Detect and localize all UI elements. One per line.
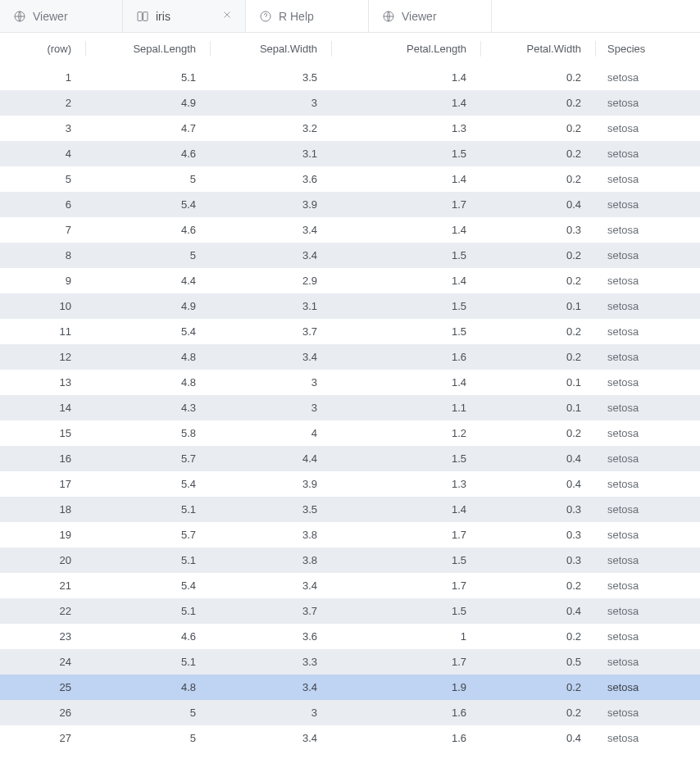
cell-sepal-length[interactable]: 4.9	[86, 293, 211, 319]
cell-sepal-width[interactable]: 3.3	[211, 649, 332, 675]
cell-petal-width[interactable]: 0.4	[481, 471, 596, 497]
cell-species[interactable]: setosa	[596, 293, 700, 319]
table-row[interactable]: 134.831.40.1setosa	[0, 370, 700, 395]
cell-petal-width[interactable]: 0.3	[481, 522, 596, 548]
cell-petal-width[interactable]: 0.1	[481, 370, 596, 395]
cell-sepal-width[interactable]: 4.4	[211, 446, 332, 471]
cell-petal-length[interactable]: 1.7	[332, 192, 481, 217]
cell-sepal-width[interactable]: 3.6	[211, 624, 332, 649]
cell-sepal-width[interactable]: 3.5	[211, 65, 332, 90]
cell-petal-width[interactable]: 0.2	[481, 90, 596, 116]
cell-sepal-width[interactable]: 3.4	[211, 217, 332, 243]
cell-species[interactable]: setosa	[596, 65, 700, 90]
cell-row-index[interactable]: 20	[0, 548, 86, 573]
cell-row-index[interactable]: 8	[0, 243, 86, 268]
table-row[interactable]: 155.841.20.2setosa	[0, 420, 700, 446]
cell-sepal-width[interactable]: 3.7	[211, 319, 332, 344]
cell-species[interactable]: setosa	[596, 166, 700, 192]
cell-petal-length[interactable]: 1.5	[332, 548, 481, 573]
cell-petal-length[interactable]: 1.7	[332, 649, 481, 675]
table-row[interactable]: 15.13.51.40.2setosa	[0, 65, 700, 90]
cell-sepal-length[interactable]: 5.1	[86, 598, 211, 624]
cell-sepal-width[interactable]: 3.4	[211, 573, 332, 598]
cell-row-index[interactable]: 5	[0, 166, 86, 192]
cell-row-index[interactable]: 15	[0, 420, 86, 446]
cell-petal-width[interactable]: 0.4	[481, 725, 596, 751]
table-row[interactable]: 124.83.41.60.2setosa	[0, 344, 700, 370]
cell-species[interactable]: setosa	[596, 446, 700, 471]
cell-petal-width[interactable]: 0.2	[481, 344, 596, 370]
table-row[interactable]: 175.43.91.30.4setosa	[0, 471, 700, 497]
table-row[interactable]: 225.13.71.50.4setosa	[0, 598, 700, 624]
cell-sepal-width[interactable]: 3.4	[211, 243, 332, 268]
cell-row-index[interactable]: 21	[0, 573, 86, 598]
cell-sepal-length[interactable]: 5.1	[86, 65, 211, 90]
cell-petal-length[interactable]: 1.4	[332, 497, 481, 522]
tab-iris[interactable]: iris	[123, 0, 246, 32]
cell-petal-length[interactable]: 1.5	[332, 293, 481, 319]
tab-viewer[interactable]: Viewer	[0, 0, 123, 32]
table-row[interactable]: 215.43.41.70.2setosa	[0, 573, 700, 598]
cell-sepal-length[interactable]: 4.7	[86, 116, 211, 141]
cell-sepal-width[interactable]: 3	[211, 395, 332, 420]
cell-petal-width[interactable]: 0.2	[481, 243, 596, 268]
cell-sepal-length[interactable]: 5	[86, 700, 211, 725]
cell-sepal-width[interactable]: 3.1	[211, 141, 332, 166]
cell-sepal-width[interactable]: 3.4	[211, 725, 332, 751]
cell-sepal-length[interactable]: 4.4	[86, 268, 211, 293]
cell-species[interactable]: setosa	[596, 548, 700, 573]
cell-petal-length[interactable]: 1.2	[332, 420, 481, 446]
cell-sepal-width[interactable]: 3	[211, 90, 332, 116]
table-row[interactable]: 144.331.10.1setosa	[0, 395, 700, 420]
tab-r-help[interactable]: R Help	[246, 0, 369, 32]
table-row[interactable]: 2753.41.60.4setosa	[0, 725, 700, 751]
cell-row-index[interactable]: 19	[0, 522, 86, 548]
cell-petal-length[interactable]: 1.7	[332, 522, 481, 548]
cell-sepal-width[interactable]: 3.2	[211, 116, 332, 141]
cell-petal-width[interactable]: 0.2	[481, 141, 596, 166]
col-header-petal-length[interactable]: Petal.Length	[332, 33, 481, 65]
cell-petal-width[interactable]: 0.5	[481, 649, 596, 675]
cell-sepal-width[interactable]: 3.5	[211, 497, 332, 522]
cell-species[interactable]: setosa	[596, 725, 700, 751]
cell-row-index[interactable]: 14	[0, 395, 86, 420]
cell-petal-width[interactable]: 0.2	[481, 675, 596, 700]
cell-sepal-length[interactable]: 5	[86, 243, 211, 268]
cell-sepal-width[interactable]: 3.6	[211, 166, 332, 192]
cell-petal-width[interactable]: 0.2	[481, 65, 596, 90]
cell-row-index[interactable]: 4	[0, 141, 86, 166]
table-row[interactable]: 44.63.11.50.2setosa	[0, 141, 700, 166]
cell-sepal-length[interactable]: 4.8	[86, 675, 211, 700]
table-row[interactable]: 74.63.41.40.3setosa	[0, 217, 700, 243]
cell-petal-width[interactable]: 0.4	[481, 598, 596, 624]
cell-sepal-width[interactable]: 4	[211, 420, 332, 446]
cell-sepal-length[interactable]: 5	[86, 166, 211, 192]
cell-sepal-length[interactable]: 5	[86, 725, 211, 751]
cell-row-index[interactable]: 13	[0, 370, 86, 395]
col-header-species[interactable]: Species	[596, 33, 700, 65]
cell-species[interactable]: setosa	[596, 116, 700, 141]
table-row[interactable]: 26531.60.2setosa	[0, 700, 700, 725]
table-row[interactable]: 94.42.91.40.2setosa	[0, 268, 700, 293]
cell-petal-length[interactable]: 1.5	[332, 598, 481, 624]
cell-petal-width[interactable]: 0.3	[481, 497, 596, 522]
cell-species[interactable]: setosa	[596, 217, 700, 243]
cell-petal-length[interactable]: 1.1	[332, 395, 481, 420]
cell-row-index[interactable]: 18	[0, 497, 86, 522]
col-header-row[interactable]: (row)	[0, 33, 86, 65]
cell-species[interactable]: setosa	[596, 598, 700, 624]
cell-petal-width[interactable]: 0.2	[481, 319, 596, 344]
cell-sepal-width[interactable]: 3.8	[211, 548, 332, 573]
cell-sepal-length[interactable]: 5.7	[86, 522, 211, 548]
cell-species[interactable]: setosa	[596, 624, 700, 649]
cell-sepal-length[interactable]: 4.8	[86, 344, 211, 370]
cell-species[interactable]: setosa	[596, 420, 700, 446]
cell-sepal-length[interactable]: 5.1	[86, 649, 211, 675]
table-row[interactable]: 234.63.610.2setosa	[0, 624, 700, 649]
table-row[interactable]: 34.73.21.30.2setosa	[0, 116, 700, 141]
cell-sepal-width[interactable]: 3.7	[211, 598, 332, 624]
cell-sepal-length[interactable]: 5.7	[86, 446, 211, 471]
cell-sepal-length[interactable]: 4.6	[86, 141, 211, 166]
cell-petal-length[interactable]: 1.7	[332, 573, 481, 598]
cell-row-index[interactable]: 26	[0, 700, 86, 725]
